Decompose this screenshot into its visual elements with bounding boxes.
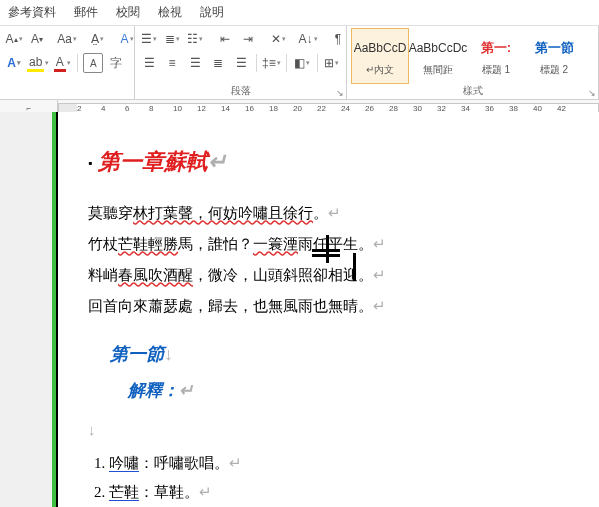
bullets-button[interactable]: ☰ — [139, 29, 159, 49]
style-item-nospacing[interactable]: AaBbCcDc 無間距 — [409, 28, 467, 84]
blank-paragraph[interactable]: ↓ — [88, 417, 569, 444]
increase-indent-button[interactable]: ⇥ — [238, 29, 258, 49]
asian-layout-button[interactable]: ✕ — [268, 29, 288, 49]
numbering-button[interactable]: ≣ — [162, 29, 182, 49]
menu-help[interactable]: 說明 — [200, 4, 224, 21]
highlight-button[interactable]: ab — [27, 53, 49, 73]
ribbon: A▴ A▾ Aa A̤ A A ab A A 字 ☰ ≣ — [0, 26, 599, 100]
document-area[interactable]: ▪第一章蘇軾↵ 莫聽穿林打葉聲，何妨吟嘯且徐行。↵ 竹杖芒鞋輕勝馬，誰怕？一簑湮… — [0, 112, 599, 507]
menu-view[interactable]: 檢視 — [158, 4, 182, 21]
decrease-indent-button[interactable]: ⇤ — [215, 29, 235, 49]
decrease-font-button[interactable]: A▾ — [27, 29, 47, 49]
increase-font-button[interactable]: A▴ — [4, 29, 24, 49]
style-item-heading2[interactable]: 第一節 標題 2 — [525, 28, 583, 84]
align-left-button[interactable]: ☰ — [139, 53, 159, 73]
shading-button[interactable]: ◧ — [292, 53, 312, 73]
poem-block[interactable]: 莫聽穿林打葉聲，何妨吟嘯且徐行。↵ 竹杖芒鞋輕勝馬，誰怕？一簑湮雨任平生。↵ 料… — [88, 200, 569, 320]
align-right-button[interactable]: ☰ — [185, 53, 205, 73]
justify-button[interactable]: ≣ — [208, 53, 228, 73]
numbered-list[interactable]: 1. 吟嘯：呼嘯歌唱。↵ 2. 芒鞋：草鞋。↵ 3. 簑：以前農人穿的雨衣。↵ … — [94, 450, 569, 507]
line-spacing-button[interactable]: ‡≡ — [261, 53, 281, 73]
ribbon-group-font: A▴ A▾ Aa A̤ A A ab A A 字 — [0, 26, 135, 99]
styles-group-label: 樣式 — [463, 85, 483, 96]
char-border-button[interactable]: 字 — [106, 53, 126, 73]
ribbon-group-paragraph: ☰ ≣ ☷ ⇤ ⇥ ✕ A↓ ¶ ☰ ≡ ☰ ≣ ☰ ‡≡ — [135, 26, 347, 99]
clear-formatting-button[interactable]: A — [117, 29, 137, 49]
menu-references[interactable]: 參考資料 — [8, 4, 56, 21]
phonetic-guide-button[interactable]: A̤ — [87, 29, 107, 49]
menu-mailings[interactable]: 郵件 — [74, 4, 98, 21]
change-case-button[interactable]: Aa — [57, 29, 77, 49]
font-color-button[interactable]: A — [52, 53, 72, 73]
para-launcher-icon[interactable]: ↘ — [336, 88, 344, 98]
styles-launcher-icon[interactable]: ↘ — [588, 88, 596, 98]
style-item-normal[interactable]: AaBbCcD ↵內文 — [351, 28, 409, 84]
style-item-heading1[interactable]: 第一: 標題 1 — [467, 28, 525, 84]
para-group-label: 段落 — [231, 85, 251, 96]
borders-button[interactable]: ⊞ — [322, 53, 342, 73]
multilevel-button[interactable]: ☷ — [185, 29, 205, 49]
page: ▪第一章蘇軾↵ 莫聽穿林打葉聲，何妨吟嘯且徐行。↵ 竹杖芒鞋輕勝馬，誰怕？一簑湮… — [58, 112, 599, 507]
text-effects-button[interactable]: A — [4, 53, 24, 73]
align-center-button[interactable]: ≡ — [162, 53, 182, 73]
ribbon-group-styles: AaBbCcD ↵內文 AaBbCcDc 無間距 第一: 標題 1 第一節 標題… — [347, 26, 599, 99]
styles-gallery[interactable]: AaBbCcD ↵內文 AaBbCcDc 無間距 第一: 標題 1 第一節 標題… — [351, 28, 594, 84]
show-marks-button[interactable]: ¶ — [328, 29, 348, 49]
distributed-button[interactable]: ☰ — [231, 53, 251, 73]
menu-bar: 參考資料 郵件 校閱 檢視 說明 — [0, 0, 599, 26]
heading-1[interactable]: ▪第一章蘇軾↵ — [88, 142, 569, 182]
menu-review[interactable]: 校閱 — [116, 4, 140, 21]
heading-3[interactable]: 解釋：↵ — [128, 376, 569, 407]
enclose-char-button[interactable]: A — [83, 53, 103, 73]
sort-button[interactable]: A↓ — [298, 29, 318, 49]
heading-2[interactable]: 第一節↓ — [110, 338, 569, 370]
document-content[interactable]: ▪第一章蘇軾↵ 莫聽穿林打葉聲，何妨吟嘯且徐行。↵ 竹杖芒鞋輕勝馬，誰怕？一簑湮… — [58, 112, 599, 507]
